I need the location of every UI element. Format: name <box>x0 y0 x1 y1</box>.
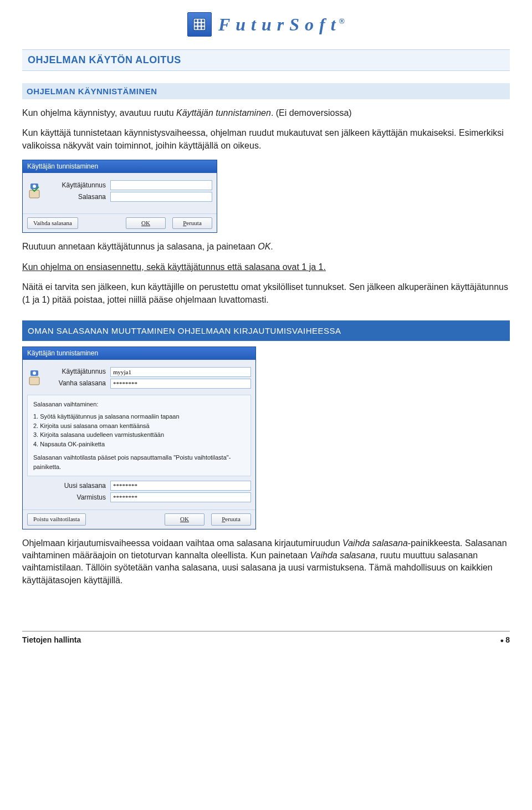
paragraph-intro-1: Kun ohjelma käynnistyy, avautuu ruutu Kä… <box>22 107 510 119</box>
confirm-password-label: Varmistus <box>50 493 110 502</box>
username-label: Käyttäjätunnus <box>50 181 110 190</box>
confirm-password-input[interactable] <box>110 492 251 502</box>
username-input[interactable] <box>110 367 251 377</box>
username-input[interactable] <box>110 180 212 190</box>
password-input[interactable] <box>110 192 212 202</box>
old-password-label: Vanha salasana <box>50 379 110 388</box>
brand-title: FuturSoft® <box>218 12 345 37</box>
footer-section: Tietojen hallinta <box>22 635 81 646</box>
change-password-button[interactable]: Vaihda salasana <box>27 217 78 229</box>
svg-point-6 <box>33 371 36 375</box>
user-icon <box>27 368 46 387</box>
panel-title: Salasanan vaihtaminen: <box>33 400 245 409</box>
ok-button[interactable]: OK <box>165 513 204 525</box>
panel-foot: Salasanan vaihtotilasta pääset pois naps… <box>33 453 245 471</box>
password-label: Salasana <box>50 192 110 202</box>
h2-text: OHJELMAN KÄYNNISTÄMINEN <box>22 83 510 99</box>
paragraph-change-password: Ohjelmaan kirjautumisvaiheessa voidaan v… <box>22 537 510 587</box>
cancel-button[interactable]: Peruuta <box>172 217 212 229</box>
section-h2: OHJELMAN KÄYNNISTÄMINEN <box>22 83 510 99</box>
svg-rect-7 <box>29 377 39 385</box>
paragraph-login-desc: Ruutuun annetaan käyttäjätunnus ja salas… <box>22 241 510 253</box>
login-dialog: Käyttäjän tunnistaminen Käyttäjätunnus S… <box>22 160 217 233</box>
paragraph-intro-2: Kun käyttäjä tunnistetaan käynnistysvaih… <box>22 127 510 152</box>
section-h3: OMAN SALASANAN MUUTTAMINEN OHJELMAAN KIR… <box>22 320 510 341</box>
user-icon <box>27 181 46 200</box>
paragraph-remove-default: Näitä ei tarvita sen jälkeen, kun käyttä… <box>22 281 510 306</box>
svg-point-3 <box>33 185 36 188</box>
instructions-panel: Salasanan vaihtaminen: 1. Syötä käyttäjä… <box>27 395 251 477</box>
section-h1: OHJELMAN KÄYTÖN ALOITUS <box>22 49 510 71</box>
step-4: 4. Napsauta OK-painiketta <box>33 440 245 449</box>
login-dialog-title: Käyttäjän tunnistaminen <box>23 160 217 173</box>
step-2: 2. Kirjoita uusi salasana omaan kenttään… <box>33 421 245 431</box>
new-password-label: Uusi salasana <box>50 481 110 491</box>
paragraph-default-creds: Kun ohjelma on ensiasennettu, sekä käytt… <box>22 261 510 273</box>
cancel-button[interactable]: Peruuta <box>211 513 251 525</box>
step-3: 3. Kirjoita salasana uudelleen varmistus… <box>33 430 245 440</box>
change-password-title: Käyttäjän tunnistaminen <box>23 347 255 360</box>
ok-button[interactable]: OK <box>126 217 166 229</box>
brand-header: FuturSoft® <box>22 0 510 43</box>
page-footer: Tietojen hallinta ●8 <box>22 631 510 646</box>
brand-icon <box>187 12 212 37</box>
step-1: 1. Syötä käyttäjätunnus ja salasana norm… <box>33 412 245 421</box>
exit-change-mode-button[interactable]: Poistu vaihtotilasta <box>27 513 86 525</box>
username-label: Käyttäjätunnus <box>50 367 110 376</box>
old-password-input[interactable] <box>110 379 251 389</box>
change-password-dialog: Käyttäjän tunnistaminen Käyttäjätunnus V… <box>22 347 256 529</box>
footer-page: ●8 <box>500 635 510 646</box>
h1-text: OHJELMAN KÄYTÖN ALOITUS <box>22 50 510 70</box>
new-password-input[interactable] <box>110 481 251 491</box>
